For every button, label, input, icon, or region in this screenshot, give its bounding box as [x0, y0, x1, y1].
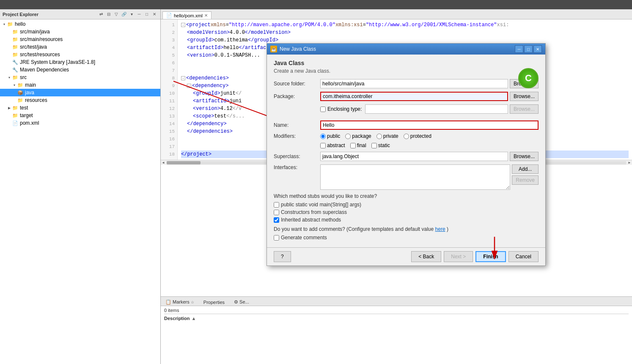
dialog-subtitle: Create a new Java class. — [274, 68, 539, 74]
tree-item-src-test-res[interactable]: 📁 src/test/resources — [0, 51, 160, 58]
name-input[interactable] — [320, 120, 539, 130]
next-btn[interactable]: Next > — [444, 251, 473, 262]
enclosing-type-browse-btn[interactable]: Browse... — [510, 104, 539, 114]
radio-private-input[interactable] — [376, 134, 382, 139]
radio-protected-input[interactable] — [404, 134, 409, 139]
stubs-constructors-check[interactable] — [274, 210, 279, 215]
back-btn[interactable]: < Back — [411, 251, 441, 262]
package-label: Package: — [274, 93, 320, 99]
source-folder-label: Source folder: — [274, 81, 320, 87]
stubs-constructors: Constructors from superclass — [274, 209, 539, 215]
stubs-main-method: public static void main(String[] args) — [274, 202, 539, 208]
tree-item-target[interactable]: 📁 target — [0, 112, 160, 119]
tree-item-maven[interactable]: 🔧 Maven Dependencies — [0, 66, 160, 74]
tree-item-src-main-res[interactable]: 📁 src/main/resources — [0, 36, 160, 43]
library-icon-maven: 🔧 — [12, 66, 19, 73]
tree-label-target: target — [20, 112, 33, 118]
project-explorer-panel: Project Explorer ⇄ ⊟ ▽ 🔗 ▾ ─ □ ✕ ▾ 📁 hel… — [0, 9, 161, 364]
package-icon-java: 📦 — [17, 89, 24, 96]
package-input[interactable] — [320, 92, 508, 101]
generate-comments-check[interactable] — [274, 235, 279, 241]
stubs-inherited-label: Inherited abstract methods — [281, 217, 341, 223]
enclosing-type-checkbox[interactable] — [320, 107, 326, 112]
package-browse-btn[interactable]: Browse... — [510, 92, 539, 101]
check-static-input[interactable] — [371, 143, 377, 148]
stubs-section: Which method stubs would you like to cre… — [274, 193, 539, 223]
menu-icon[interactable]: ▾ — [128, 11, 135, 18]
top-bar — [0, 0, 632, 9]
minimize-icon[interactable]: ─ — [136, 11, 143, 18]
enclosing-type-text: Enclosing type: — [327, 106, 362, 112]
tree-label-stj: src/test/java — [20, 44, 47, 50]
arrow-test: ▶ — [7, 105, 12, 110]
help-btn[interactable]: ? — [274, 251, 291, 262]
panel-icons: ⇄ ⊟ ▽ 🔗 ▾ ─ □ ✕ — [98, 11, 158, 18]
tree-item-src[interactable]: ▾ 📁 src — [0, 74, 160, 81]
tree-label-java: java — [25, 90, 34, 96]
xml-icon-pom: 📄 — [12, 120, 19, 126]
comments-question: Do you want to add comments? (Configure … — [274, 226, 539, 232]
superclass-browse-btn[interactable]: Browse... — [510, 152, 539, 161]
arrow-hello: ▾ — [2, 22, 7, 27]
radio-package-input[interactable] — [345, 134, 351, 139]
tree-item-hello[interactable]: ▾ 📁 hello — [0, 20, 160, 28]
radio-package[interactable]: package — [345, 133, 371, 139]
dialog-restore-btn[interactable]: □ — [524, 45, 533, 53]
comments-close-paren: ) — [447, 226, 448, 232]
link-icon[interactable]: 🔗 — [121, 11, 127, 18]
check-static[interactable]: static — [371, 142, 390, 148]
tree-item-src-main-java[interactable]: 📁 src/main/java — [0, 28, 160, 36]
superclass-input[interactable] — [320, 152, 508, 161]
superclass-row: Superclass: Browse... — [274, 152, 539, 161]
finish-btn[interactable]: Finish — [475, 251, 506, 262]
arrow-src: ▾ — [7, 75, 12, 80]
interfaces-remove-btn[interactable]: Remove — [512, 175, 539, 185]
check-final[interactable]: final — [350, 142, 366, 148]
source-folder-input[interactable] — [320, 79, 508, 88]
tree-item-main[interactable]: ▾ 📁 main — [0, 81, 160, 89]
radio-public-input[interactable] — [320, 134, 326, 139]
dialog-footer: ? < Back Next > Finish Cancel — [267, 247, 545, 265]
tree-label-jre: JRE System Library [JavaSE-1.8] — [20, 59, 95, 65]
modifiers-checkbox-group: abstract final static — [320, 142, 390, 148]
package-row: Package: Browse... — [274, 92, 539, 101]
radio-public-label: public — [327, 133, 340, 139]
radio-private[interactable]: private — [376, 133, 398, 139]
stubs-inherited-check[interactable] — [274, 217, 279, 223]
stubs-question: Which method stubs would you like to cre… — [274, 193, 539, 199]
radio-protected[interactable]: protected — [404, 133, 431, 139]
folder-icon-resources: 📁 — [17, 97, 24, 104]
tree-item-resources[interactable]: 📁 resources — [0, 96, 160, 104]
folder-icon-target: 📁 — [12, 112, 19, 119]
close-panel-icon[interactable]: ✕ — [151, 11, 158, 18]
comments-link[interactable]: here — [435, 226, 445, 232]
folder-icon-src: 📁 — [12, 74, 19, 81]
interfaces-input[interactable] — [320, 164, 510, 190]
tree-item-java[interactable]: 📦 java — [0, 89, 160, 96]
interfaces-add-btn[interactable]: Add... — [512, 164, 539, 174]
dialog-close-btn[interactable]: ✕ — [533, 45, 542, 53]
radio-private-label: private — [383, 133, 398, 139]
tree-label-src: src — [20, 74, 27, 80]
tree-item-pom[interactable]: 📄 pom.xml — [0, 119, 160, 127]
tree-item-src-test-java[interactable]: 📁 src/test/java — [0, 43, 160, 51]
modifiers-row: Modifiers: public package — [274, 133, 539, 148]
interfaces-row: Interfaces: Add... Remove — [274, 164, 539, 190]
tree-item-jre[interactable]: 🔧 JRE System Library [JavaSE-1.8] — [0, 58, 160, 66]
radio-public[interactable]: public — [320, 133, 340, 139]
check-final-input[interactable] — [350, 143, 356, 148]
cancel-btn[interactable]: Cancel — [508, 251, 539, 262]
check-abstract[interactable]: abstract — [320, 142, 345, 148]
dialog-minimize-btn[interactable]: ─ — [515, 45, 523, 53]
collapse-icon[interactable]: ⊟ — [105, 11, 112, 18]
filter-icon[interactable]: ▽ — [113, 11, 120, 18]
enclosing-checkbox-row: Enclosing type: Browse... — [320, 104, 539, 114]
tree-item-test[interactable]: ▶ 📁 test — [0, 104, 160, 112]
maximize-icon[interactable]: □ — [143, 11, 150, 18]
enclosing-type-row: Enclosing type: Browse... — [274, 104, 539, 114]
stubs-main-method-check[interactable] — [274, 202, 279, 208]
interfaces-label: Interfaces: — [274, 164, 320, 170]
check-abstract-input[interactable] — [320, 143, 326, 148]
enclosing-type-input[interactable] — [365, 104, 508, 114]
sync-icon[interactable]: ⇄ — [98, 11, 104, 18]
